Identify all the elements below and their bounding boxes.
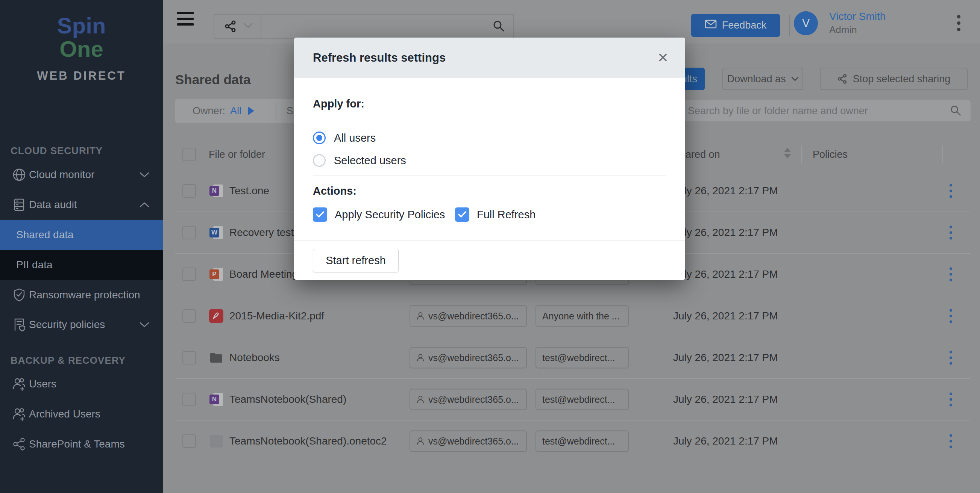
checkbox-label: Full Refresh (477, 209, 536, 221)
row-kebab-menu-icon[interactable] (950, 225, 952, 239)
sidebar-item-data-audit[interactable]: Data audit (0, 192, 163, 217)
row-checkbox[interactable] (182, 268, 196, 281)
sidebar-item-security-policies[interactable]: Security policies (0, 312, 163, 337)
row-kebab-menu-icon[interactable] (950, 434, 952, 448)
row-kebab-menu-icon[interactable] (950, 267, 952, 281)
person-icon (416, 437, 425, 445)
section-header-backup-recovery: BACKUP & RECOVERY (11, 355, 126, 366)
column-header-file[interactable]: File or folder (209, 148, 265, 160)
shared-on-date: July 26, 2021 2:17 PM (673, 185, 778, 197)
spinone-logo: Spin One WEB DIRECT (0, 14, 163, 82)
shared-with-chip[interactable]: test@webdirect... (536, 388, 629, 410)
onenote-file-icon: N (209, 183, 224, 198)
table-row: Notebooks vs@webdirect365.o... test@webd… (175, 337, 970, 379)
radio-label: Selected users (334, 154, 406, 167)
close-icon[interactable]: ✕ (657, 50, 669, 66)
sidebar-item-archived-users[interactable]: Archived Users (0, 402, 163, 426)
person-icon (416, 312, 425, 320)
avatar[interactable]: V (794, 11, 818, 35)
radio-all-users[interactable]: All users (313, 132, 375, 144)
shared-with-chip[interactable]: Anyone with the ... (536, 305, 629, 327)
checkbox-apply-security-policies[interactable]: Apply Security Policies (313, 208, 445, 222)
row-kebab-menu-icon[interactable] (950, 184, 952, 198)
sidebar-item-users[interactable]: Users (0, 372, 163, 396)
row-checkbox[interactable] (182, 351, 196, 365)
owner-chip[interactable]: vs@webdirect365.o... (409, 388, 527, 410)
start-refresh-button[interactable]: Start refresh (313, 249, 399, 273)
table-search-input[interactable]: Search by file or folder name and owner (678, 100, 970, 121)
sidebar-item-shared-data[interactable]: Shared data (0, 220, 163, 250)
owner-chip[interactable]: vs@webdirect365.o... (409, 347, 527, 368)
divider (801, 146, 802, 163)
onenote-file-icon: N (209, 392, 224, 407)
envelope-icon (705, 19, 717, 31)
generic-file-icon (209, 434, 224, 449)
shield-check-icon (12, 288, 26, 302)
feedback-label: Feedback (722, 19, 767, 31)
logo-spin: Spin (0, 14, 163, 38)
row-kebab-menu-icon[interactable] (950, 392, 952, 406)
sidebar-item-ransomware-protection[interactable]: Ransomware protection (0, 282, 163, 308)
stop-selected-sharing-button[interactable]: Stop selected sharing (820, 68, 967, 90)
row-checkbox[interactable] (182, 309, 196, 323)
global-search-input[interactable] (269, 15, 495, 38)
row-checkbox[interactable] (182, 434, 196, 448)
shared-on-date: July 26, 2021 2:17 PM (673, 393, 778, 406)
divider (789, 15, 790, 36)
file-name[interactable]: TeamsNotebook(Shared).onetoc2 (229, 435, 387, 447)
file-name[interactable]: Notebooks (229, 352, 280, 364)
powerpoint-file-icon: P (209, 267, 224, 282)
download-as-button[interactable]: Download as (722, 68, 803, 90)
table-row: N TeamsNotebook(Shared) vs@webdirect365.… (175, 378, 970, 420)
radio-selected-users[interactable]: Selected users (313, 154, 406, 167)
search-icon[interactable] (950, 105, 962, 116)
topbar-kebab-menu-icon[interactable] (957, 15, 961, 31)
shared-with-chip[interactable]: test@webdirect... (536, 347, 629, 368)
chevron-down-icon[interactable] (244, 23, 253, 29)
shared-on-date: July 26, 2021 2:17 PM (673, 352, 778, 364)
hamburger-menu-icon[interactable] (177, 12, 194, 28)
checkbox-full-refresh[interactable]: Full Refresh (455, 208, 536, 222)
file-name[interactable]: TeamsNotebook(Shared) (229, 393, 346, 406)
shared-with-chip[interactable]: test@webdirect... (536, 430, 629, 452)
owner-chip[interactable]: vs@webdirect365.o... (409, 430, 527, 452)
sidebar-item-sharepoint-teams[interactable]: SharePoint & Teams (0, 432, 163, 457)
sidebar-item-label: Data audit (29, 199, 77, 211)
select-all-checkbox[interactable] (182, 148, 196, 161)
row-kebab-menu-icon[interactable] (950, 309, 952, 323)
chevron-down-icon (140, 322, 149, 328)
divider (294, 241, 685, 241)
owner-filter-value[interactable]: All (230, 105, 242, 117)
chevron-down-icon (140, 172, 149, 178)
users-icon (12, 407, 26, 421)
sidebar-item-pii-data[interactable]: PII data (0, 250, 163, 280)
users-icon (12, 377, 26, 391)
feedback-button[interactable]: Feedback (691, 14, 780, 37)
refresh-results-settings-modal: Refresh results settings ✕ Apply for: Al… (294, 38, 685, 280)
row-checkbox[interactable] (182, 184, 196, 198)
sidebar-item-cloud-monitor[interactable]: Cloud monitor (0, 162, 163, 187)
file-name[interactable]: Test.one (229, 185, 269, 197)
search-placeholder: Search by file or folder name and owner (688, 105, 868, 116)
row-kebab-menu-icon[interactable] (950, 350, 952, 365)
divider (261, 15, 261, 38)
user-role: Admin (829, 24, 857, 36)
sort-icon[interactable] (784, 148, 791, 159)
policy-document-icon (12, 317, 26, 332)
radio-label: All users (334, 132, 375, 144)
row-checkbox[interactable] (182, 393, 196, 406)
sidebar-item-label: Shared data (16, 229, 74, 241)
chevron-up-icon (140, 202, 149, 208)
file-name[interactable]: 2015-Media-Kit2.pdf (229, 310, 324, 322)
logo-subtitle: WEB DIRECT (0, 69, 163, 82)
table-row: 2015-Media-Kit2.pdf vs@webdirect365.o...… (175, 295, 970, 337)
table-row: TeamsNotebook(Shared).onetoc2 vs@webdire… (175, 420, 970, 462)
share-filter-icon[interactable] (224, 20, 237, 33)
sidebar-item-label: Users (29, 378, 56, 390)
user-name[interactable]: Victor Smith (829, 11, 886, 22)
owner-chip[interactable]: vs@webdirect365.o... (409, 305, 527, 327)
column-header-policies[interactable]: Policies (813, 148, 848, 160)
search-icon[interactable] (492, 19, 505, 32)
row-checkbox[interactable] (182, 226, 196, 239)
share-nodes-icon (12, 437, 26, 451)
